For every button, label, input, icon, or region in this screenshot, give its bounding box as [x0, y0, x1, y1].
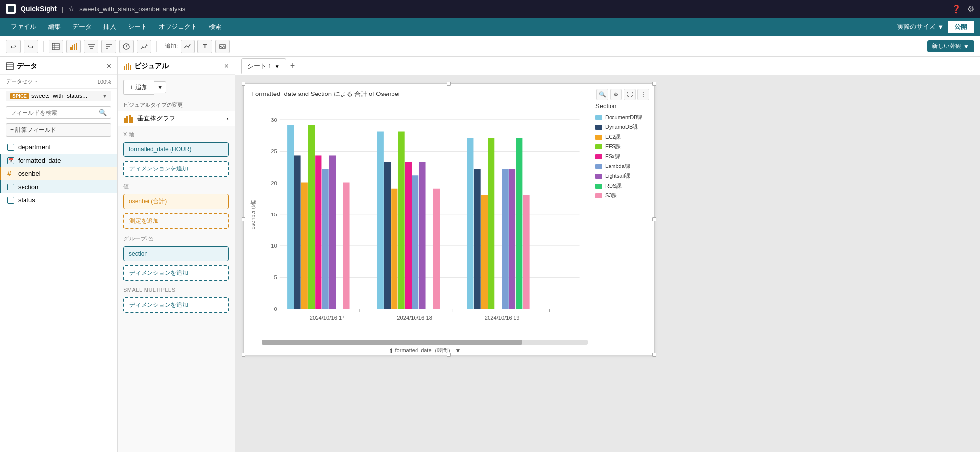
legend-label-3: EFS課	[605, 143, 621, 150]
chart-settings-button[interactable]: ⚙	[610, 89, 622, 100]
data-panel-close[interactable]: ×	[107, 62, 111, 71]
search-field[interactable]: 🔍	[6, 106, 111, 119]
svg-rect-7	[76, 43, 77, 50]
x-axis-bottom-label: ⬆ formatted_date（時間） ▼	[260, 347, 589, 354]
dataset-name: sweets_with_status...	[31, 93, 100, 99]
legend-color-2	[595, 135, 602, 140]
menu-insert[interactable]: 挿入	[98, 21, 121, 33]
menu-object[interactable]: オブジェクト	[154, 21, 202, 33]
values-field[interactable]: osenbei (合計) ⋮	[123, 194, 229, 209]
chart-view-button[interactable]	[66, 40, 81, 53]
menu-search[interactable]: 検索	[204, 21, 226, 33]
svg-rect-54	[391, 189, 397, 309]
resize-handle-top-right[interactable]	[652, 82, 656, 86]
chart-zoom-button[interactable]: 🔍	[596, 89, 608, 100]
visual-type-row[interactable]: 垂直棒グラフ ›	[118, 111, 235, 126]
legend-item-4: FSx課	[595, 153, 648, 160]
menu-edit[interactable]: 編集	[43, 21, 66, 33]
calc-field-button[interactable]: + 計算フィールド	[6, 123, 111, 137]
sort-button[interactable]	[101, 40, 116, 53]
legend-label-6: Lightsail課	[605, 172, 630, 180]
sheet-tab-1[interactable]: シート 1 ▼	[241, 58, 286, 74]
resize-handle-top-left[interactable]	[242, 82, 245, 86]
app-logo	[6, 4, 16, 14]
svg-rect-23	[128, 63, 129, 70]
values-label: 値	[118, 179, 235, 192]
add-button-group: + 追加 ▼	[123, 80, 229, 95]
add-text-button[interactable]: T	[197, 40, 212, 53]
field-section[interactable]: section	[0, 180, 117, 193]
visual-panel-close[interactable]: ×	[224, 62, 229, 71]
svg-rect-45	[294, 155, 300, 309]
x-axis-add[interactable]: ディメンションを追加	[123, 161, 229, 177]
chart-scrollbar[interactable]	[262, 340, 588, 345]
x-axis-field[interactable]: formatted_date (HOUR) ⋮	[123, 142, 229, 157]
group-field-options[interactable]: ⋮	[217, 250, 223, 258]
chart-more-button[interactable]: ⋮	[637, 89, 649, 100]
app-name: QuickSight	[21, 5, 57, 13]
tab-dropdown-icon[interactable]: ▼	[275, 64, 280, 69]
dataset-label: データセット	[6, 78, 38, 85]
publish-button[interactable]: 公開	[948, 21, 974, 33]
data-view-button[interactable]	[49, 40, 63, 53]
size-selector[interactable]: 実際のサイズ ▼	[897, 23, 944, 31]
field-department[interactable]: department	[0, 141, 117, 154]
legend-item-5: Lambda課	[595, 163, 648, 170]
redo-button[interactable]: ↪	[24, 40, 38, 53]
dataset-dropdown-icon: ▼	[102, 94, 107, 99]
add-line-button[interactable]	[181, 40, 195, 53]
add-button-dropdown[interactable]: ▼	[154, 81, 166, 93]
resize-handle-bottom-right[interactable]	[652, 353, 656, 357]
y-axis-label: osenbei（合計）	[249, 211, 257, 230]
resize-handle-left[interactable]	[242, 217, 245, 221]
resize-handle-right[interactable]	[652, 217, 656, 221]
resize-handle-top[interactable]	[447, 82, 451, 86]
x-axis-field-options[interactable]: ⋮	[217, 145, 223, 153]
values-add[interactable]: 測定を追加	[123, 213, 229, 229]
visual-panel-title: ビジュアル	[123, 62, 169, 71]
svg-rect-27	[129, 115, 131, 123]
svg-rect-24	[130, 65, 131, 70]
field-osenbei[interactable]: # osenbei	[0, 167, 117, 180]
svg-rect-57	[412, 175, 418, 309]
group-add[interactable]: ディメンションを追加	[123, 265, 229, 281]
chart-expand-button[interactable]: ⛶	[624, 89, 636, 100]
sheet-tabs: シート 1 ▼ +	[235, 57, 980, 75]
add-label: 追加:	[165, 42, 178, 50]
menu-file[interactable]: ファイル	[6, 21, 41, 33]
values-field-options[interactable]: ⋮	[217, 198, 223, 206]
legend-color-3	[595, 144, 602, 149]
new-look-button[interactable]: 新しい外観 ▼	[927, 40, 974, 52]
svg-rect-60	[467, 138, 473, 309]
insight-button[interactable]	[119, 40, 134, 53]
add-button[interactable]: + 追加	[123, 80, 154, 95]
settings-icon[interactable]: ⚙	[967, 4, 974, 14]
legend-label-1: DynamoDB課	[605, 123, 638, 131]
graph-button[interactable]	[137, 40, 151, 53]
svg-rect-26	[126, 116, 128, 123]
data-icon	[6, 62, 14, 70]
search-input[interactable]	[10, 109, 99, 116]
undo-button[interactable]: ↩	[6, 40, 21, 53]
small-multiples-add[interactable]: ディメンションを追加	[123, 297, 229, 313]
data-panel-title: データ	[6, 62, 37, 71]
group-field[interactable]: section ⋮	[123, 246, 229, 261]
legend-label-2: EC2課	[605, 133, 621, 141]
svg-rect-48	[315, 155, 321, 309]
chart-container: Formatted_date and Section による 合計 of Ose…	[235, 75, 980, 452]
dataset-selector[interactable]: SPICE sweets_with_status... ▼	[6, 91, 111, 101]
svg-text:0: 0	[274, 306, 277, 312]
menu-data[interactable]: データ	[68, 21, 97, 33]
svg-rect-50	[329, 155, 336, 309]
filter-button[interactable]	[84, 40, 98, 53]
add-image-button[interactable]	[215, 40, 230, 53]
resize-handle-bottom-left[interactable]	[242, 353, 245, 357]
menu-sheet[interactable]: シート	[123, 21, 152, 33]
field-status[interactable]: status	[0, 193, 117, 207]
help-icon[interactable]: ❓	[952, 4, 961, 14]
field-formatted-date[interactable]: 📅 formatted_date	[0, 154, 117, 167]
svg-text:15: 15	[271, 212, 277, 217]
chart-card[interactable]: Formatted_date and Section による 合計 of Ose…	[243, 83, 655, 355]
add-sheet-button[interactable]: +	[290, 61, 295, 71]
legend-item-7: RDS課	[595, 182, 648, 190]
